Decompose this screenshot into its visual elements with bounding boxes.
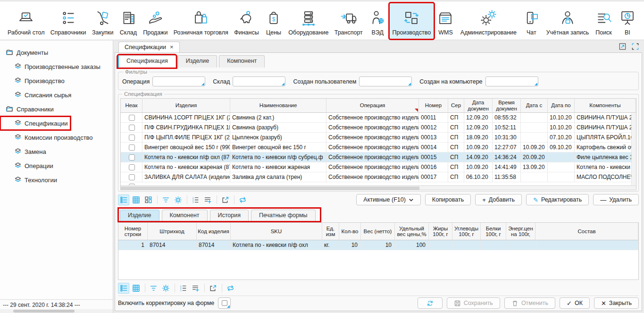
cell-ser[interactable]: СП <box>448 152 464 162</box>
cell-components[interactable]: СВИНИНА П/ТУША 2КАТ ОХЛ 1 <box>575 123 636 133</box>
sidebar-item-komissii-proizvodstvo[interactable]: Комиссии производство <box>0 130 113 144</box>
toolbar-item-zakupki[interactable]: Закупки <box>89 3 117 39</box>
tab-izdelie-top[interactable]: Изделие <box>178 55 217 68</box>
cell-ser[interactable]: СП <box>448 143 464 152</box>
cell-product[interactable]: П/Ф СВИН.ГРУДИНКА ПР.ЦЕХ 1КГ (2 <box>142 123 230 133</box>
filter-icon[interactable] <box>160 195 171 205</box>
tab-komponent-top[interactable]: Компонент <box>219 55 265 68</box>
popout-icon[interactable] <box>619 42 627 51</box>
col-header-vremya-dokumenta[interactable]: Время докумен <box>493 99 521 113</box>
cell-doc-date[interactable]: 12.09.20 <box>464 123 493 133</box>
cell-net-weight[interactable]: 10 <box>361 240 395 250</box>
row-checkbox[interactable] <box>129 115 135 121</box>
cell-doc-date[interactable]: 14.09.20 <box>464 152 493 162</box>
edit-button[interactable]: ✎Редактировать <box>526 194 589 205</box>
close-button[interactable]: ✕Закрыть <box>594 297 639 309</box>
cell-ser[interactable]: СП <box>448 162 464 172</box>
col-header-kol-vo[interactable]: Кол-во <box>339 223 361 240</box>
scrollbar-thumb[interactable] <box>13 310 75 313</box>
col-header-belki[interactable]: Белки 100г, г <box>481 223 506 240</box>
sidebar-group-dokumenty[interactable]: Документы <box>0 45 113 59</box>
sidebar-item-spisaniya-syrya[interactable]: Списания сырья <box>0 88 113 102</box>
copy-button[interactable]: Копировать <box>425 194 471 205</box>
row-checkbox[interactable] <box>129 164 135 170</box>
cell-date-from[interactable] <box>521 172 548 182</box>
cell-product[interactable]: Котлета по - киевски жареная (870 <box>142 162 230 172</box>
table-row-selected[interactable]: Котлета по - киевски п/ф охл (87014 Котл… <box>121 152 636 162</box>
cell-components[interactable]: Котлета по - киевски п/ф субре <box>575 162 636 172</box>
toolbar-item-poisk[interactable]: Поиск <box>592 3 616 39</box>
cell-date-from[interactable]: 20.09.20 <box>521 152 548 162</box>
cell-doc-time[interactable]: 14:41:49 <box>493 162 521 172</box>
document-tab-spetsifikatsii[interactable]: Спецификации × <box>118 42 180 52</box>
cell-name[interactable]: Винегрет овощной вес 150 г <box>230 143 326 152</box>
cell-name[interactable]: Заливка для салата (трен) <box>230 172 326 182</box>
table-grid-icon[interactable] <box>130 195 142 205</box>
col-header-nomer-stroki[interactable]: Номер строки <box>118 223 148 240</box>
filter-icon[interactable] <box>148 283 159 294</box>
cell-doc-time[interactable]: 10:52:11 <box>493 123 521 133</box>
cell-doc-date[interactable]: 18.09.20 <box>464 133 493 143</box>
row-checkbox[interactable] <box>129 135 135 141</box>
toolbar-item-tseny[interactable]: $ Цены <box>262 3 285 39</box>
filter-input-sklad[interactable] <box>233 76 285 86</box>
sidebar-item-proizvodstvo[interactable]: Производство <box>0 74 113 88</box>
list-view-icon[interactable] <box>118 195 129 205</box>
add-row-icon[interactable] <box>190 283 201 294</box>
cell-name[interactable]: Котлета по - киевски жареная <box>230 162 326 172</box>
col-header-izdeliya[interactable]: Изделия <box>142 99 230 113</box>
cell-number[interactable]: 00012 <box>419 123 448 133</box>
col-header-ser[interactable]: Сер <box>448 99 464 113</box>
scrollbar-thumb[interactable] <box>121 186 419 190</box>
cell-date-to[interactable] <box>548 152 575 162</box>
export-icon[interactable] <box>207 283 218 294</box>
cancel-button[interactable]: Отменить <box>504 297 555 309</box>
col-header-data-s[interactable]: Дата с <box>521 99 548 113</box>
spec-table-horizontal-scrollbar[interactable] <box>121 186 636 190</box>
toolbar-item-administrirovanie[interactable]: Администрирование <box>458 3 519 39</box>
row-checkbox[interactable] <box>129 125 135 131</box>
table-row[interactable]: П/Ф СВИН.ГРУДИНКА ПР.ЦЕХ 1КГ (2 Свинина … <box>121 123 636 133</box>
cell-components[interactable]: ЦЫПЛЯТА БРОЙЛ.1С ОХЛ.ФАС <box>575 133 636 143</box>
cell-qty[interactable]: 10 <box>339 240 361 250</box>
cell-product[interactable]: ЗАЛИВКА ДЛЯ САЛАТА (изделие) <box>142 172 230 182</box>
toolbar-item-oborudovanie[interactable]: Оборудование <box>285 3 331 39</box>
cell-doc-date[interactable]: 12.09.20 <box>464 113 493 123</box>
fullscreen-icon[interactable] <box>631 42 639 51</box>
cell-date-to[interactable]: 10.10.20 <box>548 113 575 123</box>
col-header-ed-izm[interactable]: Ед. изм <box>322 223 339 240</box>
cell-product[interactable]: Котлета по - киевски п/ф охл (87014 <box>142 152 230 162</box>
cell-doc-time[interactable]: 08:55:32 <box>493 113 521 123</box>
cell-ser[interactable]: СП <box>448 113 464 123</box>
cell-operation[interactable]: Собственное производство издели <box>326 123 419 133</box>
cell-date-from[interactable] <box>521 113 548 123</box>
tab-komponent[interactable]: Компонент <box>162 210 208 221</box>
cell-sku[interactable]: Котлета по - киевски п/ф охл <box>231 240 322 250</box>
sync-icon[interactable] <box>225 283 236 294</box>
cell-number[interactable]: 00016 <box>419 162 448 172</box>
cell-doc-time[interactable]: 12:27:07 <box>493 143 521 152</box>
cell-doc-date[interactable]: 10.09.20 <box>464 162 493 172</box>
tab-istoriya[interactable]: История <box>210 210 249 221</box>
filter-input-sozdan-na-kompyutere[interactable] <box>485 76 538 86</box>
sidebar-item-operatsii[interactable]: Операции <box>0 159 113 173</box>
cell-date-to[interactable] <box>548 162 575 172</box>
add-button[interactable]: +Добавить <box>475 194 522 205</box>
cell-product[interactable]: Винегрет овощной вес 150 г (99000 <box>142 143 230 152</box>
tab-izdelie[interactable]: Изделие <box>120 210 159 221</box>
adjust-checkbox[interactable] <box>218 297 231 309</box>
cell-date-from[interactable]: 10.09.20 <box>521 143 548 152</box>
cell-composition[interactable] <box>535 240 638 250</box>
col-header-nomer[interactable]: Номер <box>419 99 448 113</box>
col-header-sku[interactable]: SKU <box>231 223 322 240</box>
ok-button[interactable]: ✓ОК <box>560 297 590 309</box>
col-header-kod-izdeliya[interactable]: Код изделия <box>197 223 231 240</box>
cell-date-from[interactable] <box>521 133 548 143</box>
toolbar-item-uchetnaya-zapis[interactable]: Учётная запись <box>544 3 592 39</box>
cards-layout-icon[interactable] <box>142 195 154 205</box>
toolbar-item-wms[interactable]: WMS <box>434 3 457 39</box>
cell-name[interactable]: Свинина (2 кат.) <box>230 113 326 123</box>
export-icon[interactable] <box>219 195 231 205</box>
cell-proteins[interactable] <box>481 240 506 250</box>
cell-components[interactable]: Картофель свежий очищенный <box>575 143 636 152</box>
